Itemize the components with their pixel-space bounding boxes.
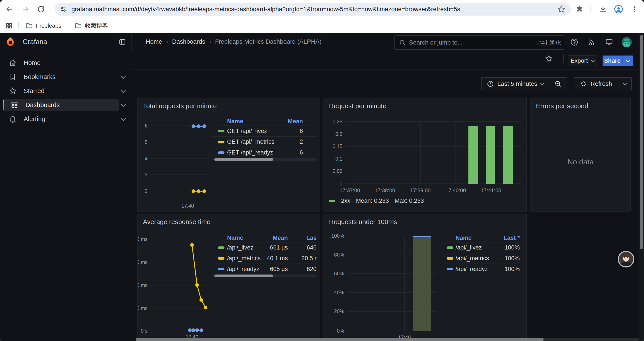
extensions-button[interactable] xyxy=(574,4,584,14)
table-scrollbar[interactable] xyxy=(213,158,316,161)
sidebar-nav: HomeBookmarksStarredDashboardsAlerting xyxy=(0,51,131,341)
sidebar-item-home[interactable]: Home xyxy=(3,57,128,69)
scrollbar-thumb[interactable] xyxy=(136,338,544,341)
series-value: 646 xyxy=(307,244,316,251)
site-settings-icon[interactable] xyxy=(55,5,72,13)
search-box[interactable]: Search or jump to... ⌘+k xyxy=(394,35,565,50)
legend-series[interactable]: 2xx xyxy=(341,197,350,204)
table-scrollbar[interactable] xyxy=(213,274,316,277)
series-value: 100% xyxy=(504,266,520,272)
series-name[interactable]: /api/_livez xyxy=(227,244,254,251)
breadcrumb-item[interactable]: Dashboards xyxy=(172,38,205,45)
panel-request-per-minute[interactable]: Request per minute 0.250.20.150.10.05017… xyxy=(324,98,527,212)
table-row[interactable]: GET /api/_livez6 xyxy=(213,126,316,136)
panel-requests-under-100ms[interactable]: Requests under 100ms 100%80%60%40%20%0%1… xyxy=(324,214,527,341)
refresh-interval-button[interactable] xyxy=(618,78,631,90)
table-row[interactable]: GET /api/_metrics2 xyxy=(213,136,316,147)
bookmark-folder-blogs[interactable]: 收藏博客 xyxy=(74,21,108,30)
table-header[interactable]: Name xyxy=(456,235,472,241)
table-header[interactable]: Last * xyxy=(504,235,520,241)
bookmark-folder-freeleaps[interactable]: Freeleaps xyxy=(26,21,62,30)
svg-text:3: 3 xyxy=(145,172,148,178)
panel-average-response-time[interactable]: Average response time 80 ms60 ms40 ms20 … xyxy=(138,214,320,341)
vertical-scrollbar[interactable] xyxy=(639,33,644,341)
news-button[interactable] xyxy=(586,37,596,47)
bell-icon xyxy=(9,115,17,123)
svg-text:40%: 40% xyxy=(334,290,344,295)
average-response-time-chart: 80 ms60 ms40 ms20 ms0 s17:40 xyxy=(138,214,321,341)
sidebar-item-dashboards[interactable]: Dashboards xyxy=(3,99,118,111)
breadcrumb-item[interactable]: Home xyxy=(146,38,162,45)
table-header[interactable]: Mean xyxy=(288,118,303,125)
kiosk-mode-button[interactable] xyxy=(604,37,614,47)
series-name[interactable]: GET /api/_readyz xyxy=(227,149,273,156)
series-name[interactable]: /api/_metrics xyxy=(456,255,489,262)
expand-chevron-icon[interactable] xyxy=(118,76,128,78)
zoom-out-button[interactable] xyxy=(549,78,567,90)
panel-errors-per-second[interactable]: Errors per second No data xyxy=(530,98,631,212)
bookmark-star-icon[interactable] xyxy=(552,5,571,14)
sidebar-item-alerting[interactable]: Alerting xyxy=(3,113,118,125)
horizontal-scrollbar[interactable] xyxy=(136,338,639,341)
reload-button[interactable] xyxy=(36,4,46,14)
table-row[interactable]: /api/_livez661 µs646 xyxy=(213,242,316,253)
share-button[interactable]: Share xyxy=(602,56,622,66)
share-menu-button[interactable] xyxy=(622,56,633,66)
apps-grid-button[interactable] xyxy=(4,21,14,31)
reload-icon xyxy=(37,5,45,14)
table-row[interactable]: /api/_livez100% xyxy=(447,242,520,253)
table-row[interactable]: /api/_readyz100% xyxy=(447,263,520,274)
chart-legend: 2xx Mean: 0.233 Max: 0.233 xyxy=(329,197,424,204)
help-button[interactable] xyxy=(569,37,579,47)
series-value: 20.5 r xyxy=(302,255,316,262)
sidebar-item-starred[interactable]: Starred xyxy=(3,85,118,97)
series-color-pill xyxy=(218,151,224,154)
table-row[interactable]: /api/_metrics100% xyxy=(447,253,520,263)
requests-under-100ms-chart: 100%80%60%40%20%0%17:40 xyxy=(324,214,527,341)
panel-title[interactable]: Errors per second xyxy=(536,102,588,110)
folder-icon xyxy=(74,22,82,30)
chevron-down-icon xyxy=(623,81,627,85)
url-text[interactable]: grafana.mathmast.com/d/deytv4rwavabkb/fr… xyxy=(72,6,552,13)
back-button[interactable] xyxy=(4,4,14,14)
series-color-pill xyxy=(218,268,224,270)
assistant-avatar-button[interactable] xyxy=(618,251,634,267)
svg-text:0.1: 0.1 xyxy=(335,156,342,162)
series-name[interactable]: /api/_readyz xyxy=(227,266,259,272)
series-name[interactable]: /api/_readyz xyxy=(456,266,488,272)
table-header[interactable]: Name xyxy=(227,235,243,241)
profile-icon xyxy=(614,5,623,14)
refresh-button[interactable]: Refresh xyxy=(574,78,618,90)
scrollbar-thumb[interactable] xyxy=(640,35,643,249)
series-name[interactable]: /api/_metrics xyxy=(227,255,260,262)
table-row[interactable]: GET /api/_readyz6 xyxy=(213,147,316,158)
series-name[interactable]: /api/_livez xyxy=(456,244,482,251)
expand-chevron-icon[interactable] xyxy=(118,104,128,106)
user-avatar[interactable] xyxy=(622,37,632,47)
profile-button[interactable] xyxy=(614,4,624,14)
chrome-menu-button[interactable] xyxy=(630,4,639,14)
panel-total-requests[interactable]: Total requests per minute 6543217:40 Nam… xyxy=(138,98,320,212)
table-header[interactable]: Las xyxy=(306,235,316,241)
series-value: 100% xyxy=(504,244,520,251)
star-dashboard-button[interactable] xyxy=(544,54,554,64)
dock-menu-button[interactable] xyxy=(117,37,127,47)
expand-chevron-icon[interactable] xyxy=(118,90,128,92)
table-header[interactable]: Mean xyxy=(273,235,288,241)
svg-text:80 ms: 80 ms xyxy=(138,236,148,242)
grafana-logo xyxy=(5,37,16,47)
time-range-button[interactable]: Last 5 minutes xyxy=(482,78,549,90)
export-button[interactable]: Export xyxy=(568,56,597,66)
downloads-button[interactable] xyxy=(598,4,608,14)
sidebar-item-bookmarks[interactable]: Bookmarks xyxy=(3,71,118,83)
series-name[interactable]: GET /api/_livez xyxy=(227,128,267,135)
table-header[interactable]: Name xyxy=(227,118,243,125)
forward-button[interactable] xyxy=(20,4,30,14)
series-name[interactable]: GET /api/_metrics xyxy=(227,138,274,145)
browser-window: grafana.mathmast.com/d/deytv4rwavabkb/fr… xyxy=(0,0,644,341)
sidebar-item-label: Bookmarks xyxy=(24,73,56,81)
address-bar[interactable]: grafana.mathmast.com/d/deytv4rwavabkb/fr… xyxy=(55,3,571,16)
table-row[interactable]: /api/_readyz605 µs620 xyxy=(213,263,316,274)
expand-chevron-icon[interactable] xyxy=(118,118,128,120)
table-row[interactable]: /api/_metrics40.1 ms20.5 r xyxy=(213,253,316,263)
